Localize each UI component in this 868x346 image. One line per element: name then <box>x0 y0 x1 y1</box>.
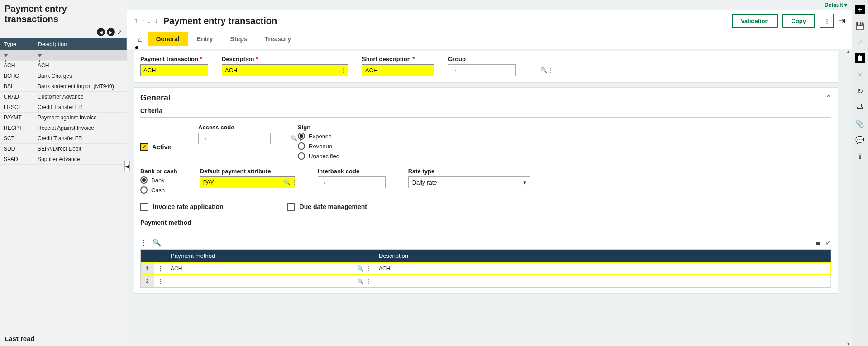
tabs: ⌂ General Entry Steps Treasury <box>134 32 845 46</box>
search-icon[interactable]: 🔍 <box>357 278 364 284</box>
more-icon[interactable]: ⋮ <box>341 67 346 73</box>
group-label: Group <box>448 56 516 62</box>
list-item[interactable]: BSIBank statement import (MT940) <box>0 81 127 92</box>
due-date-checkbox[interactable] <box>287 203 295 211</box>
grid-search-icon[interactable]: 🔍 <box>153 238 161 246</box>
table-row[interactable]: 2 ⋮ 🔍⋮ <box>141 275 831 287</box>
default-dropdown[interactable]: Default ▾ <box>825 2 847 8</box>
active-label: Active <box>152 143 171 151</box>
col-type-header[interactable]: Type <box>0 38 34 50</box>
invoice-rate-checkbox[interactable] <box>140 203 148 211</box>
more-actions-button[interactable]: ⋮ <box>820 14 834 28</box>
tab-entry[interactable]: Entry <box>189 32 221 46</box>
interbank-code-label: Interbank code <box>318 168 386 175</box>
scroll-up-icon[interactable]: ▴ <box>844 49 852 54</box>
sign-expense-radio[interactable]: Expense <box>298 133 339 140</box>
pm-desc-col-header[interactable]: Description <box>375 250 831 262</box>
default-payment-attr-input[interactable]: 🔍⋮ <box>200 176 295 188</box>
list-item[interactable]: SPADSupplier Advance <box>0 154 127 165</box>
scroll-down-icon[interactable]: ▾ <box>844 341 852 346</box>
prev-record-icon[interactable]: ↑ <box>142 17 145 24</box>
refresh-icon[interactable]: ↻ <box>855 86 865 96</box>
rate-type-select[interactable]: Daily rate ▾ <box>408 176 530 188</box>
list-item[interactable]: FRSCTCredit Transfer FR <box>0 102 127 113</box>
home-tab-icon[interactable]: ⌂ <box>134 33 147 46</box>
tab-general[interactable]: General <box>148 32 188 46</box>
pm-col-header[interactable]: Payment method <box>167 250 375 262</box>
payment-transaction-label: Payment transaction * <box>140 56 208 62</box>
active-checkbox[interactable] <box>140 143 148 151</box>
more-icon[interactable]: ⋮ <box>548 67 553 73</box>
layers-icon[interactable]: ≣ <box>815 238 821 246</box>
cash-radio[interactable]: Cash <box>140 186 177 194</box>
list-item[interactable]: BCHGBank Charges <box>0 71 127 81</box>
more-icon[interactable]: ⋮ <box>366 265 371 272</box>
payment-method-label: Payment method <box>140 219 831 226</box>
list-item[interactable]: RECPTReceipt Against Invoice <box>0 123 127 133</box>
validation-button[interactable]: Validation <box>732 14 777 28</box>
list-item[interactable]: ACHACH <box>0 61 127 71</box>
collapse-left-panel[interactable]: ◀ <box>124 161 130 171</box>
payment-method-toolbar: ⋮ 🔍 ≣ ⤢ <box>140 236 831 249</box>
create-icon[interactable]: ✓ <box>855 37 865 47</box>
chevron-down-icon: ▾ <box>523 179 526 186</box>
search-icon[interactable]: 🔍 <box>357 265 364 272</box>
copy-button[interactable]: Copy <box>782 14 816 28</box>
cancel-icon[interactable]: ✕ <box>855 70 865 80</box>
print-icon[interactable]: 🖶 <box>855 102 865 112</box>
share-icon[interactable]: ⇪ <box>855 151 865 161</box>
group-input[interactable]: → 🔍⋮ <box>448 64 516 76</box>
next-record-icon[interactable]: ↓ <box>148 17 151 24</box>
more-icon[interactable]: ⋮ <box>366 278 371 284</box>
delete-icon[interactable]: 🗑 <box>855 53 865 63</box>
main-header: ⤒ ↑ ↓ ⤓ Payment entry transaction Valida… <box>127 10 852 49</box>
more-icon[interactable]: ⋮ <box>291 179 297 185</box>
col-description-header[interactable]: Description <box>34 38 127 50</box>
expand-grid-icon[interactable]: ⤢ <box>825 238 831 246</box>
tab-treasury[interactable]: Treasury <box>257 32 299 46</box>
first-record-icon[interactable]: ⤒ <box>134 17 139 24</box>
vertical-scrollbar[interactable]: ▴ ▾ <box>844 49 852 346</box>
search-icon[interactable]: 🔍 <box>540 67 547 73</box>
filter-type[interactable] <box>0 50 34 61</box>
new-record-icon[interactable]: ＋ <box>855 5 865 14</box>
list-item[interactable]: SDDSEPA Direct Debit <box>0 144 127 154</box>
content-area: Payment transaction * 🔍⋮ Description * ⋮ <box>127 49 844 346</box>
attachment-icon[interactable]: 📎 <box>855 118 865 128</box>
right-toolbar: ＋ 💾 ✓ 🗑 ✕ ↻ 🖶 📎 💬 ⇪ <box>852 0 868 346</box>
sign-unspecified-radio[interactable]: Unspecified <box>298 152 339 160</box>
filter-description[interactable] <box>34 50 127 61</box>
payment-transaction-input[interactable]: 🔍⋮ <box>140 64 208 76</box>
table-row[interactable]: 1 ⋮ ACH 🔍⋮ ACH <box>141 262 831 275</box>
due-date-label: Due date management <box>300 203 367 210</box>
exit-icon[interactable]: ⇥ <box>839 16 845 26</box>
access-code-input[interactable]: → 🔍⋮ <box>198 133 271 144</box>
list-item[interactable]: CRADCustomer Advance <box>0 92 127 102</box>
comment-icon[interactable]: 💬 <box>855 135 865 145</box>
nav-next-icon[interactable]: ▶ <box>107 28 115 36</box>
row-actions-icon[interactable]: ⋮ <box>154 262 167 275</box>
nav-prev-icon[interactable]: ◀ <box>97 28 105 36</box>
funnel-icon <box>4 54 8 57</box>
short-description-input[interactable]: ⋮ <box>362 64 434 76</box>
general-section-title: General <box>140 93 171 103</box>
row-actions-icon[interactable]: ⋮ <box>154 275 167 287</box>
description-input[interactable]: ⋮ <box>222 64 348 76</box>
expand-icon[interactable]: ⤢ <box>117 28 122 36</box>
access-code-label: Access code <box>198 124 271 131</box>
collapse-section-icon[interactable]: ⌃ <box>825 94 831 102</box>
list-item[interactable]: SCTCredit Transfer FR <box>0 133 127 144</box>
short-description-label: Short description * <box>362 56 434 62</box>
sign-revenue-radio[interactable]: Revenue <box>298 142 339 150</box>
bank-radio[interactable]: Bank <box>140 176 177 184</box>
list-item[interactable]: PAYMTPayment against Invoice <box>0 113 127 123</box>
last-record-icon[interactable]: ⤓ <box>153 17 159 24</box>
bank-or-cash-label: Bank or cash <box>140 168 177 175</box>
search-icon[interactable]: 🔍 <box>291 135 297 142</box>
interbank-code-input[interactable]: → 🔍⋮ <box>318 176 386 188</box>
save-icon[interactable]: 💾 <box>855 21 865 31</box>
invoice-rate-label: Invoice rate application <box>153 203 224 210</box>
grid-actions-icon[interactable]: ⋮ <box>140 238 147 246</box>
tab-steps[interactable]: Steps <box>222 32 256 46</box>
search-icon[interactable]: 🔍 <box>284 179 291 185</box>
